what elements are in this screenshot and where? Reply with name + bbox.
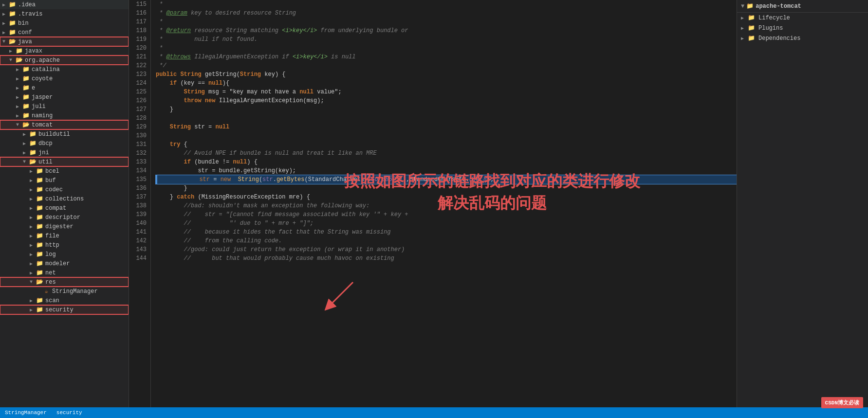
tree-icon: 📁	[28, 149, 37, 156]
tree-icon: 📁	[8, 19, 17, 27]
tree-icon: 📂	[15, 56, 23, 64]
tree-icon: 📁	[35, 260, 44, 267]
tree-item-catalina[interactable]: ▶ 📁 catalina	[0, 65, 129, 74]
tree-item-javax[interactable]: ▶ 📁 javax	[0, 46, 129, 55]
tree-arrow: ▶	[14, 76, 21, 82]
tree-arrow: ▶	[27, 205, 35, 211]
file-tree[interactable]: ▶ 📁 .idea ▶ 📁 .travis ▶ 📁 bin ▶ 📁 conf ▼…	[0, 0, 129, 418]
tree-item-jasper[interactable]: ▶ 📁 jasper	[0, 92, 129, 102]
code-line-130	[156, 131, 737, 140]
tree-label: digester	[45, 223, 129, 230]
tree-item-log[interactable]: ▶ 📁 log	[0, 250, 129, 259]
rp-label: Lifecycle	[758, 15, 790, 21]
tree-item-coyote[interactable]: ▶ 📁 coyote	[0, 74, 129, 83]
tree-item-org.apache[interactable]: ▼ 📂 org.apache	[0, 55, 129, 65]
code-line-142: // from the calling code.	[156, 236, 737, 245]
tree-item-StringManager[interactable]: ☕ StringManager	[0, 287, 129, 296]
tree-arrow: ▶	[27, 252, 35, 257]
tree-item-juli[interactable]: ▶ 📁 juli	[0, 102, 129, 111]
tree-label: tomcat	[32, 122, 129, 128]
tree-icon: 📁	[35, 177, 44, 184]
tree-label: naming	[32, 112, 129, 119]
line-num-141: 141	[133, 228, 147, 236]
tree-item-util[interactable]: ▼ 📂 util	[0, 157, 129, 166]
tree-label: log	[45, 251, 129, 258]
tree-item-file[interactable]: ▶ 📁 file	[0, 231, 129, 240]
right-panel-header: ▼ 📁 apache-tomcat	[737, 0, 868, 13]
code-line-122: */	[156, 61, 737, 70]
tree-item-scan[interactable]: ▶ 📁 scan	[0, 296, 129, 305]
tree-label: javax	[25, 48, 129, 55]
line-num-129: 129	[133, 123, 147, 131]
tree-item-compat[interactable]: ▶ 📁 compat	[0, 203, 129, 213]
tree-item-modeler[interactable]: ▶ 📁 modeler	[0, 259, 129, 268]
tree-item-http[interactable]: ▶ 📁 http	[0, 240, 129, 250]
right-panel[interactable]: ▼ 📁 apache-tomcat ▶ 📁 Lifecycle ▶ 📁 Plug…	[737, 0, 868, 418]
tree-item-jni[interactable]: ▶ 📁 jni	[0, 148, 129, 157]
tree-label: security	[45, 307, 129, 313]
code-line-115: *	[156, 0, 737, 9]
tree-item-idea[interactable]: ▶ 📁 .idea	[0, 0, 129, 9]
code-line-119: * null if not found.	[156, 35, 737, 44]
line-num-116: 116	[133, 9, 147, 18]
tree-item-codec[interactable]: ▶ 📁 codec	[0, 185, 129, 194]
right-panel-item-dependencies[interactable]: ▶ 📁 Dependencies	[737, 33, 868, 43]
line-num-126: 126	[133, 96, 147, 105]
code-content: * * @param key to desired resource Strin…	[151, 0, 737, 418]
tree-icon: 📂	[21, 121, 30, 128]
right-panel-folder-icon: 📁	[746, 2, 754, 10]
tree-item-tomcat[interactable]: ▼ 📂 tomcat	[0, 120, 129, 129]
right-panel-title: apache-tomcat	[756, 3, 801, 10]
tree-item-e[interactable]: ▶ 📁 e	[0, 83, 129, 92]
right-panel-item-lifecycle[interactable]: ▶ 📁 Lifecycle	[737, 13, 868, 23]
tree-arrow: ▶	[14, 94, 21, 100]
tree-item-descriptor[interactable]: ▶ 📁 descriptor	[0, 213, 129, 222]
tree-item-buf[interactable]: ▶ 📁 buf	[0, 176, 129, 185]
tree-label: modeler	[45, 260, 129, 267]
tree-label: e	[32, 85, 129, 91]
rp-label: Plugins	[758, 25, 783, 32]
rp-arrow: ▶	[741, 25, 748, 31]
tree-arrow: ▶	[14, 104, 21, 109]
tree-label: java	[18, 38, 129, 45]
code-line-124: if (key == null){	[156, 79, 737, 88]
tree-item-security[interactable]: ▶ 📁 security	[0, 305, 129, 314]
tree-arrow: ▼	[27, 279, 35, 285]
tree-label: net	[45, 270, 129, 276]
tree-label: util	[38, 159, 129, 165]
tree-item-bcel[interactable]: ▶ 📁 bcel	[0, 166, 129, 176]
rp-icon: 📁	[748, 24, 757, 32]
line-num-137: 137	[133, 193, 147, 201]
tree-item-java[interactable]: ▼ 📂 java	[0, 37, 129, 46]
tree-item-res[interactable]: ▼ 📂 res	[0, 277, 129, 287]
code-line-139: // str = "[cannot find message associate…	[156, 210, 737, 219]
line-numbers: 1151161171181191201211221231241251261271…	[129, 0, 151, 418]
tree-item-bin[interactable]: ▶ 📁 bin	[0, 18, 129, 28]
tree-label: collections	[45, 196, 129, 202]
line-num-131: 131	[133, 140, 147, 149]
tree-item-buildutil[interactable]: ▶ 📁 buildutil	[0, 129, 129, 139]
tree-icon: 📁	[8, 29, 17, 36]
tree-label: scan	[45, 297, 129, 304]
tree-item-naming[interactable]: ▶ 📁 naming	[0, 111, 129, 120]
tree-item-travis[interactable]: ▶ 📁 .travis	[0, 9, 129, 18]
tree-label: coyote	[32, 75, 129, 82]
line-num-122: 122	[133, 61, 147, 70]
tree-arrow: ▶	[27, 196, 35, 202]
tree-item-conf[interactable]: ▶ 📁 conf	[0, 28, 129, 37]
code-line-116: * @param key to desired resource String	[156, 9, 737, 18]
tree-icon: 📁	[35, 269, 44, 276]
tree-item-dbcp[interactable]: ▶ 📁 dbcp	[0, 139, 129, 148]
tree-item-digester[interactable]: ▶ 📁 digester	[0, 222, 129, 231]
tree-label: buf	[45, 177, 129, 184]
line-num-135: 135	[133, 175, 147, 184]
tree-item-collections[interactable]: ▶ 📁 collections	[0, 194, 129, 203]
line-num-133: 133	[133, 158, 147, 166]
tree-arrow: ▶	[20, 150, 28, 156]
tree-item-net[interactable]: ▶ 📁 net	[0, 268, 129, 277]
tree-arrow: ▶	[0, 2, 8, 8]
right-panel-item-plugins[interactable]: ▶ 📁 Plugins	[737, 23, 868, 33]
status-security: security	[56, 410, 82, 416]
tree-label: catalina	[32, 66, 129, 73]
tree-arrow: ▼	[0, 39, 8, 44]
